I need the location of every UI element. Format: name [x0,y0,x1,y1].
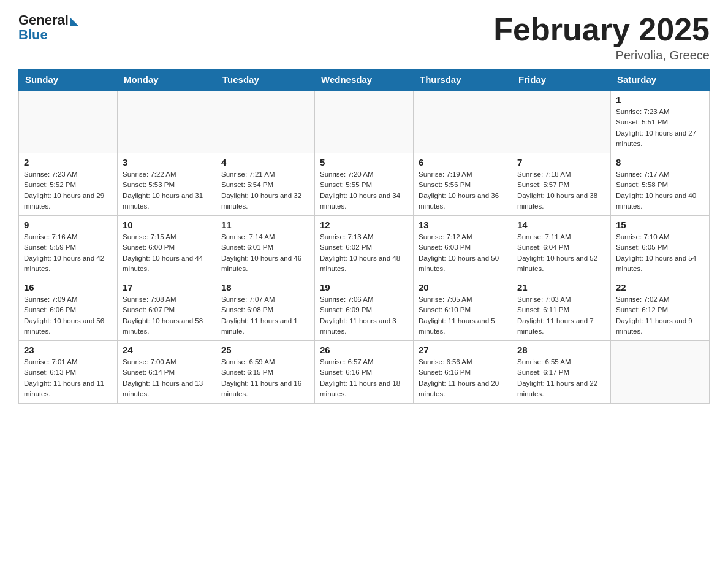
sun-info: Sunrise: 7:15 AMSunset: 6:00 PMDaylight:… [123,232,211,274]
day-number: 4 [221,157,309,167]
day-number: 28 [517,345,605,355]
calendar-cell: 3Sunrise: 7:22 AMSunset: 5:53 PMDaylight… [118,153,216,216]
day-number: 16 [24,282,112,293]
day-number: 13 [419,220,507,230]
sun-info: Sunrise: 7:22 AMSunset: 5:53 PMDaylight:… [123,169,211,212]
sun-info: Sunrise: 6:56 AMSunset: 6:16 PMDaylight:… [419,357,507,399]
weekday-header-sunday: Sunday [19,69,118,91]
weekday-header-wednesday: Wednesday [315,69,414,91]
day-number: 17 [123,282,211,293]
sun-info: Sunrise: 7:23 AMSunset: 5:52 PMDaylight:… [24,169,112,212]
sun-info: Sunrise: 7:17 AMSunset: 5:58 PMDaylight:… [616,169,704,212]
day-number: 11 [221,220,309,230]
calendar-table: SundayMondayTuesdayWednesdayThursdayFrid… [18,69,710,404]
calendar-week-1: 1Sunrise: 7:23 AMSunset: 5:51 PMDaylight… [19,90,710,153]
sun-info: Sunrise: 7:06 AMSunset: 6:09 PMDaylight:… [320,294,408,337]
day-number: 26 [320,345,408,355]
calendar-cell [118,90,216,153]
day-number: 22 [616,282,704,293]
sun-info: Sunrise: 7:07 AMSunset: 6:08 PMDaylight:… [221,294,309,337]
sun-info: Sunrise: 7:19 AMSunset: 5:56 PMDaylight:… [419,169,507,212]
logo: General Blue [18,12,78,43]
sun-info: Sunrise: 7:01 AMSunset: 6:13 PMDaylight:… [24,357,112,399]
calendar-cell: 24Sunrise: 7:00 AMSunset: 6:14 PMDayligh… [118,341,216,404]
sun-info: Sunrise: 7:03 AMSunset: 6:11 PMDaylight:… [517,294,605,337]
location: Perivolia, Greece [493,48,710,63]
sun-info: Sunrise: 7:20 AMSunset: 5:55 PMDaylight:… [320,169,408,212]
calendar-cell [315,90,414,153]
sun-info: Sunrise: 7:11 AMSunset: 6:04 PMDaylight:… [517,232,605,274]
day-number: 23 [24,345,112,355]
calendar-week-2: 2Sunrise: 7:23 AMSunset: 5:52 PMDaylight… [19,153,710,216]
calendar-cell: 4Sunrise: 7:21 AMSunset: 5:54 PMDaylight… [216,153,315,216]
day-number: 2 [24,157,112,167]
calendar-week-4: 16Sunrise: 7:09 AMSunset: 6:06 PMDayligh… [19,278,710,341]
calendar-cell: 14Sunrise: 7:11 AMSunset: 6:04 PMDayligh… [512,216,611,278]
logo-blue-text: Blue [18,27,48,43]
day-number: 1 [616,94,704,105]
weekday-header-thursday: Thursday [414,69,512,91]
weekday-header-saturday: Saturday [611,69,710,91]
sun-info: Sunrise: 7:00 AMSunset: 6:14 PMDaylight:… [123,357,211,399]
weekday-header-tuesday: Tuesday [216,69,315,91]
calendar-cell: 5Sunrise: 7:20 AMSunset: 5:55 PMDaylight… [315,153,414,216]
title-area: February 2025 Perivolia, Greece [493,12,710,63]
weekday-header-row: SundayMondayTuesdayWednesdayThursdayFrid… [19,69,710,91]
calendar-week-5: 23Sunrise: 7:01 AMSunset: 6:13 PMDayligh… [19,341,710,404]
calendar-cell: 9Sunrise: 7:16 AMSunset: 5:59 PMDaylight… [19,216,118,278]
weekday-header-monday: Monday [118,69,216,91]
sun-info: Sunrise: 7:23 AMSunset: 5:51 PMDaylight:… [616,107,704,149]
day-number: 7 [517,157,605,167]
calendar-cell [19,90,118,153]
day-number: 5 [320,157,408,167]
calendar-cell: 1Sunrise: 7:23 AMSunset: 5:51 PMDaylight… [611,90,710,153]
day-number: 12 [320,220,408,230]
calendar-cell: 8Sunrise: 7:17 AMSunset: 5:58 PMDaylight… [611,153,710,216]
logo-arrow-icon [70,17,78,26]
calendar-week-3: 9Sunrise: 7:16 AMSunset: 5:59 PMDaylight… [19,216,710,278]
calendar-cell: 27Sunrise: 6:56 AMSunset: 6:16 PMDayligh… [414,341,512,404]
calendar-body: 1Sunrise: 7:23 AMSunset: 5:51 PMDaylight… [19,90,710,404]
calendar-cell: 18Sunrise: 7:07 AMSunset: 6:08 PMDayligh… [216,278,315,341]
calendar-cell: 10Sunrise: 7:15 AMSunset: 6:00 PMDayligh… [118,216,216,278]
day-number: 24 [123,345,211,355]
calendar-cell: 21Sunrise: 7:03 AMSunset: 6:11 PMDayligh… [512,278,611,341]
calendar-cell [216,90,315,153]
calendar-cell: 16Sunrise: 7:09 AMSunset: 6:06 PMDayligh… [19,278,118,341]
day-number: 6 [419,157,507,167]
sun-info: Sunrise: 7:18 AMSunset: 5:57 PMDaylight:… [517,169,605,212]
calendar-cell: 13Sunrise: 7:12 AMSunset: 6:03 PMDayligh… [414,216,512,278]
calendar-cell: 17Sunrise: 7:08 AMSunset: 6:07 PMDayligh… [118,278,216,341]
day-number: 9 [24,220,112,230]
calendar-cell: 25Sunrise: 6:59 AMSunset: 6:15 PMDayligh… [216,341,315,404]
logo-general-text: General [18,12,69,28]
day-number: 19 [320,282,408,293]
day-number: 15 [616,220,704,230]
calendar-cell: 15Sunrise: 7:10 AMSunset: 6:05 PMDayligh… [611,216,710,278]
day-number: 18 [221,282,309,293]
sun-info: Sunrise: 6:55 AMSunset: 6:17 PMDaylight:… [517,357,605,399]
calendar-cell: 28Sunrise: 6:55 AMSunset: 6:17 PMDayligh… [512,341,611,404]
sun-info: Sunrise: 6:57 AMSunset: 6:16 PMDaylight:… [320,357,408,399]
sun-info: Sunrise: 7:02 AMSunset: 6:12 PMDaylight:… [616,294,704,337]
page-header: General Blue February 2025 Perivolia, Gr… [18,12,710,63]
day-number: 10 [123,220,211,230]
calendar-cell: 22Sunrise: 7:02 AMSunset: 6:12 PMDayligh… [611,278,710,341]
sun-info: Sunrise: 6:59 AMSunset: 6:15 PMDaylight:… [221,357,309,399]
sun-info: Sunrise: 7:12 AMSunset: 6:03 PMDaylight:… [419,232,507,274]
day-number: 27 [419,345,507,355]
calendar-header: SundayMondayTuesdayWednesdayThursdayFrid… [19,69,710,91]
calendar-cell: 7Sunrise: 7:18 AMSunset: 5:57 PMDaylight… [512,153,611,216]
weekday-header-friday: Friday [512,69,611,91]
calendar-cell: 6Sunrise: 7:19 AMSunset: 5:56 PMDaylight… [414,153,512,216]
day-number: 8 [616,157,704,167]
calendar-cell: 23Sunrise: 7:01 AMSunset: 6:13 PMDayligh… [19,341,118,404]
sun-info: Sunrise: 7:16 AMSunset: 5:59 PMDaylight:… [24,232,112,274]
calendar-cell [512,90,611,153]
sun-info: Sunrise: 7:13 AMSunset: 6:02 PMDaylight:… [320,232,408,274]
calendar-cell: 19Sunrise: 7:06 AMSunset: 6:09 PMDayligh… [315,278,414,341]
day-number: 3 [123,157,211,167]
calendar-cell [414,90,512,153]
sun-info: Sunrise: 7:08 AMSunset: 6:07 PMDaylight:… [123,294,211,337]
calendar-cell: 11Sunrise: 7:14 AMSunset: 6:01 PMDayligh… [216,216,315,278]
